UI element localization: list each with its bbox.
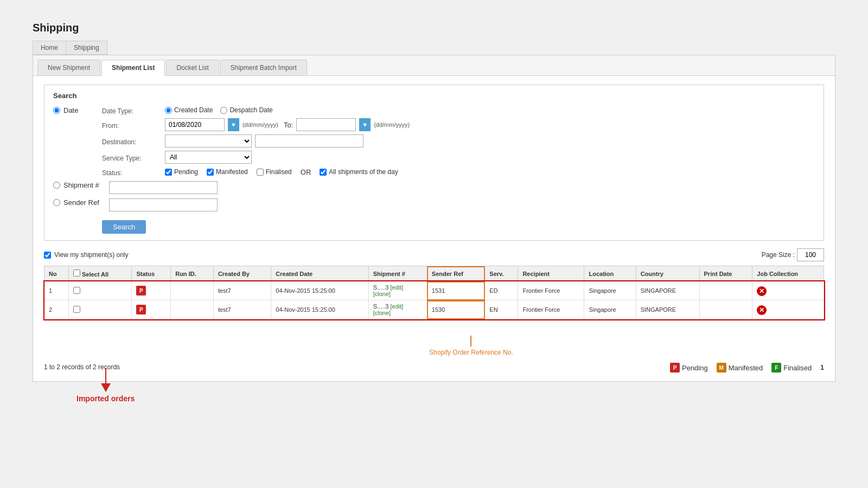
- service-type-label: Service Type:: [102, 152, 162, 162]
- radio-date[interactable]: [53, 107, 60, 114]
- tab-shipment-list[interactable]: Shipment List: [101, 60, 165, 76]
- pagination[interactable]: 1: [820, 364, 824, 371]
- from-label: From:: [102, 120, 162, 130]
- row-checkbox-1[interactable]: [73, 287, 80, 294]
- edit-link-2[interactable]: [edit]: [390, 303, 403, 310]
- legend-finalised-badge: F: [771, 363, 781, 373]
- cell-recipient-1: Frontier Force: [518, 281, 584, 300]
- service-type-row: Service Type: All Express Standard: [102, 151, 410, 164]
- from-date-format-btn[interactable]: ▼: [228, 118, 239, 131]
- col-created-by: Created By: [213, 266, 271, 281]
- cell-sender-ref-1: 1531: [427, 281, 484, 300]
- cell-no-2: 2: [44, 300, 69, 319]
- tab-shipment-batch-import[interactable]: Shipment Batch Import: [220, 60, 307, 75]
- status-row: Status: Pending Manifested Finalised: [102, 167, 410, 177]
- sender-ref-row: Sender Ref: [53, 198, 815, 211]
- tab-new-shipment[interactable]: New Shipment: [37, 60, 100, 75]
- col-select-all[interactable]: Select All: [68, 266, 132, 281]
- radio-shipment-hash[interactable]: [53, 182, 60, 189]
- cell-print-date-2: [699, 300, 752, 319]
- status-badge-2: P: [136, 305, 146, 314]
- remove-btn-1[interactable]: ✕: [757, 286, 767, 296]
- cell-run-id-1: [171, 281, 214, 300]
- main-panel: New Shipment Shipment List Docket List S…: [33, 55, 835, 382]
- date-type-label: Date Type:: [102, 105, 162, 115]
- radio-despatch-date[interactable]: Despatch Date: [220, 106, 272, 114]
- table-header-row: No Select All Status Run ID. Created By …: [44, 266, 824, 281]
- to-date-input[interactable]: [296, 118, 356, 131]
- table-row: 2 P test7 04-Nov-2015 15:25:00 S.....3 […: [44, 300, 824, 319]
- search-button[interactable]: Search: [102, 220, 146, 234]
- status-finalised-checkbox[interactable]: Finalised: [257, 168, 292, 176]
- cell-sender-ref-2: 1530: [427, 300, 484, 319]
- status-label: Status:: [102, 167, 162, 177]
- cell-country-1: SINGAPORE: [636, 281, 699, 300]
- shipment-hash-row: Shipment #: [53, 181, 815, 194]
- cell-checkbox-2[interactable]: [68, 300, 132, 319]
- clone-link-1[interactable]: [clone]: [373, 291, 391, 297]
- service-type-select[interactable]: All Express Standard: [165, 151, 252, 164]
- col-created-date: Created Date: [271, 266, 368, 281]
- col-recipient: Recipient: [518, 266, 584, 281]
- imported-orders-text: Imported orders: [76, 394, 135, 403]
- status-manifested-checkbox[interactable]: Manifested: [207, 168, 248, 176]
- cell-checkbox-1[interactable]: [68, 281, 132, 300]
- cell-status-2: P: [132, 300, 171, 319]
- cell-country-2: SINGAPORE: [636, 300, 699, 319]
- col-job-collection: Job Collection: [752, 266, 824, 281]
- legend-pending-badge: P: [670, 363, 680, 373]
- shipment-hash-input[interactable]: [109, 181, 218, 194]
- cell-job-collection-2[interactable]: ✕: [752, 300, 824, 319]
- cell-run-id-2: [171, 300, 214, 319]
- page-size-control: Page Size :: [762, 248, 824, 261]
- from-date-input[interactable]: [165, 118, 225, 131]
- table-container: No Select All Status Run ID. Created By …: [44, 266, 824, 319]
- breadcrumb-home[interactable]: Home: [33, 41, 66, 55]
- to-date-format-btn[interactable]: ▼: [359, 118, 371, 131]
- col-country: Country: [636, 266, 699, 281]
- view-row: View my shipment(s) only Page Size :: [44, 248, 824, 261]
- view-my-shipments-checkbox[interactable]: View my shipment(s) only: [44, 251, 129, 259]
- legend-manifested-badge: M: [717, 363, 726, 373]
- cell-location-2: Singapore: [584, 300, 636, 319]
- cell-created-date-1: 04-Nov-2015 15:25:00: [271, 281, 368, 300]
- date-from-to-row: From: ▼ (dd/mm/yyyy) To: ▼ (dd/mm/yyyy): [102, 118, 410, 131]
- col-location: Location: [584, 266, 636, 281]
- breadcrumb-shipping[interactable]: Shipping: [66, 41, 107, 55]
- select-all-checkbox[interactable]: [73, 269, 80, 277]
- date-type-row: Date Type: Created Date Despatch Date: [102, 105, 410, 115]
- clone-link-2[interactable]: [clone]: [373, 310, 391, 316]
- cell-status-1: P: [132, 281, 171, 300]
- sender-ref-input[interactable]: [109, 198, 218, 211]
- remove-btn-2[interactable]: ✕: [757, 305, 767, 315]
- col-no: No: [44, 266, 69, 281]
- imported-orders-annotation: Imported orders: [76, 368, 135, 403]
- destination-label: Destination:: [102, 136, 162, 146]
- radio-sender-ref[interactable]: [53, 199, 60, 206]
- edit-link-1[interactable]: [edit]: [390, 284, 403, 291]
- to-date-format-label: (dd/mm/yyyy): [374, 121, 410, 128]
- col-print-date: Print Date: [699, 266, 752, 281]
- destination-select[interactable]: [165, 134, 252, 147]
- cell-serv-1: ED: [485, 281, 518, 300]
- status-pending-checkbox[interactable]: Pending: [165, 168, 198, 176]
- radio-created-date[interactable]: Created Date: [165, 106, 213, 114]
- table-body: 1 P test7 04-Nov-2015 15:25:00 S.....3 […: [44, 281, 824, 319]
- all-shipments-checkbox[interactable]: All shipments of the day: [320, 168, 398, 176]
- panel-content: Search Date Date Type:: [33, 76, 835, 381]
- tab-bar: New Shipment Shipment List Docket List S…: [33, 55, 835, 76]
- cell-job-collection-1[interactable]: ✕: [752, 281, 824, 300]
- cell-location-1: Singapore: [584, 281, 636, 300]
- from-date-format-label: (dd/mm/yyyy): [242, 121, 278, 128]
- or-text: OR: [301, 168, 311, 176]
- row-checkbox-2[interactable]: [73, 306, 80, 313]
- legend-pending: P Pending: [670, 363, 708, 373]
- search-box: Search Date Date Type:: [44, 85, 824, 241]
- page-size-input[interactable]: [797, 248, 824, 261]
- cell-recipient-2: Frontier Force: [518, 300, 584, 319]
- to-label: To:: [284, 121, 293, 129]
- tab-docket-list[interactable]: Docket List: [166, 60, 219, 75]
- col-serv: Serv.: [485, 266, 518, 281]
- col-sender-ref: Sender Ref: [427, 266, 484, 281]
- destination-text-input[interactable]: [255, 134, 363, 147]
